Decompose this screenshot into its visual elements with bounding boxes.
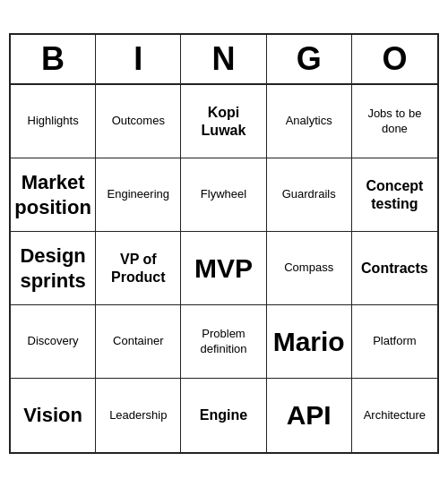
header-letter: I bbox=[96, 35, 181, 83]
bingo-cell: Flywheel bbox=[181, 158, 266, 232]
bingo-cell: Vision bbox=[11, 379, 96, 452]
bingo-cell: Design sprints bbox=[11, 232, 96, 305]
bingo-cell: Mario bbox=[267, 305, 352, 379]
bingo-cell: VP of Product bbox=[96, 232, 181, 305]
bingo-cell: Market position bbox=[11, 158, 96, 232]
bingo-cell: MVP bbox=[181, 232, 266, 305]
bingo-card: BINGO HighlightsOutcomesKopi LuwakAnalyt… bbox=[9, 33, 439, 454]
bingo-cell: Jobs to be done bbox=[352, 85, 437, 158]
bingo-cell: API bbox=[267, 379, 352, 452]
bingo-cell: Problem definition bbox=[181, 305, 266, 379]
bingo-cell: Discovery bbox=[11, 305, 96, 379]
bingo-cell: Outcomes bbox=[96, 85, 181, 158]
bingo-header: BINGO bbox=[11, 35, 437, 85]
bingo-cell: Leadership bbox=[96, 379, 181, 452]
bingo-cell: Guardrails bbox=[267, 158, 352, 232]
bingo-cell: Engine bbox=[181, 379, 266, 452]
bingo-cell: Platform bbox=[352, 305, 437, 379]
bingo-cell: Analytics bbox=[267, 85, 352, 158]
bingo-cell: Engineering bbox=[96, 158, 181, 232]
bingo-cell: Kopi Luwak bbox=[181, 85, 266, 158]
header-letter: O bbox=[352, 35, 437, 83]
bingo-cell: Compass bbox=[267, 232, 352, 305]
bingo-cell: Contracts bbox=[352, 232, 437, 305]
bingo-cell: Architecture bbox=[352, 379, 437, 452]
bingo-cell: Concept testing bbox=[352, 158, 437, 232]
header-letter: G bbox=[267, 35, 352, 83]
bingo-cell: Highlights bbox=[11, 85, 96, 158]
bingo-grid: HighlightsOutcomesKopi LuwakAnalyticsJob… bbox=[11, 85, 437, 452]
header-letter: B bbox=[11, 35, 96, 83]
bingo-cell: Container bbox=[96, 305, 181, 379]
header-letter: N bbox=[181, 35, 266, 83]
